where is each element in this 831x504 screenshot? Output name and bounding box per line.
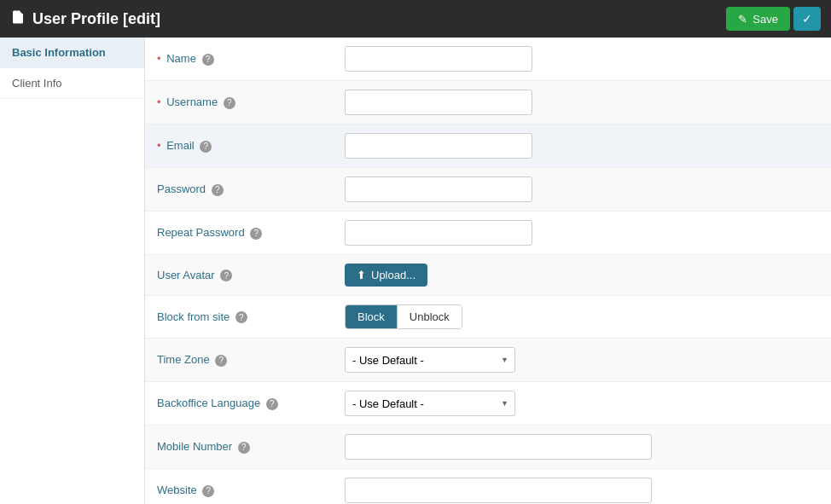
unblock-button[interactable]: Unblock (397, 305, 462, 328)
name-help-icon[interactable]: ? (202, 54, 214, 66)
backoffice-language-select[interactable]: - Use Default - (345, 391, 515, 416)
website-label: Website ? (145, 469, 333, 505)
block-help-icon[interactable]: ? (235, 311, 247, 323)
header-actions: ✎ Save ✓ (726, 7, 821, 31)
backoffice-language-label: Backoffice Language ? (145, 382, 333, 426)
mobile-number-label: Mobile Number ? (145, 426, 333, 469)
repeat-password-label: Repeat Password ? (145, 211, 333, 255)
user-icon (10, 9, 26, 29)
table-row: • Name ? (145, 38, 831, 81)
time-zone-select[interactable]: - Use Default - (345, 347, 515, 373)
sidebar: Basic Information Client Info (0, 38, 145, 504)
form-table: • Name ? • Username ? (145, 38, 831, 504)
table-row: • Email ? (145, 125, 831, 168)
table-row: Time Zone ? - Use Default - (145, 339, 831, 382)
block-unblock-group: Block Unblock (345, 304, 462, 329)
table-row: Block from site ? Block Unblock (145, 296, 831, 339)
username-input[interactable] (345, 90, 532, 115)
website-input[interactable] (345, 478, 652, 503)
confirm-button[interactable]: ✓ (793, 7, 821, 31)
save-icon: ✎ (738, 13, 747, 26)
backoffice-language-select-wrapper: - Use Default - (345, 391, 515, 416)
table-row: • Username ? (145, 81, 831, 125)
table-row: Password ? (145, 168, 831, 211)
password-input[interactable] (345, 177, 532, 202)
time-zone-label: Time Zone ? (145, 339, 333, 382)
mobile-number-help-icon[interactable]: ? (238, 442, 250, 454)
main-content: • Name ? • Username ? (145, 38, 831, 504)
table-row: Website ? (145, 469, 831, 505)
mobile-number-input[interactable] (345, 434, 652, 460)
email-label: • Email ? (145, 125, 333, 168)
backoffice-language-help-icon[interactable]: ? (266, 398, 278, 410)
save-button[interactable]: ✎ Save (726, 7, 790, 31)
time-zone-help-icon[interactable]: ? (215, 355, 227, 367)
sidebar-item-client-info[interactable]: Client Info (0, 68, 144, 99)
name-input[interactable] (345, 46, 532, 72)
page-header: User Profile [edit] ✎ Save ✓ (0, 0, 831, 38)
block-from-site-label: Block from site ? (145, 296, 333, 339)
upload-icon: ⬆ (357, 269, 366, 281)
website-help-icon[interactable]: ? (202, 485, 214, 497)
page-layout: Basic Information Client Info • Name ? (0, 38, 831, 504)
repeat-password-help-icon[interactable]: ? (250, 228, 262, 240)
user-avatar-help-icon[interactable]: ? (220, 269, 232, 281)
page-title: User Profile [edit] (10, 9, 160, 29)
block-button[interactable]: Block (346, 305, 397, 328)
email-help-icon[interactable]: ? (200, 141, 212, 153)
repeat-password-input[interactable] (345, 220, 532, 246)
table-row: Mobile Number ? (145, 426, 831, 469)
user-avatar-label: User Avatar ? (145, 255, 333, 296)
time-zone-select-wrapper: - Use Default - (345, 347, 515, 373)
table-row: Backoffice Language ? - Use Default - (145, 382, 831, 426)
table-row: User Avatar ? ⬆ Upload... (145, 255, 831, 296)
name-label: • Name ? (145, 38, 333, 81)
sidebar-item-basic-information[interactable]: Basic Information (0, 38, 144, 68)
username-help-icon[interactable]: ? (224, 97, 235, 109)
upload-button[interactable]: ⬆ Upload... (345, 264, 427, 287)
password-help-icon[interactable]: ? (212, 184, 224, 196)
password-label: Password ? (145, 168, 333, 211)
username-label: • Username ? (145, 81, 333, 125)
table-row: Repeat Password ? (145, 211, 831, 255)
title-text: User Profile [edit] (32, 10, 160, 28)
email-input[interactable] (345, 133, 532, 159)
